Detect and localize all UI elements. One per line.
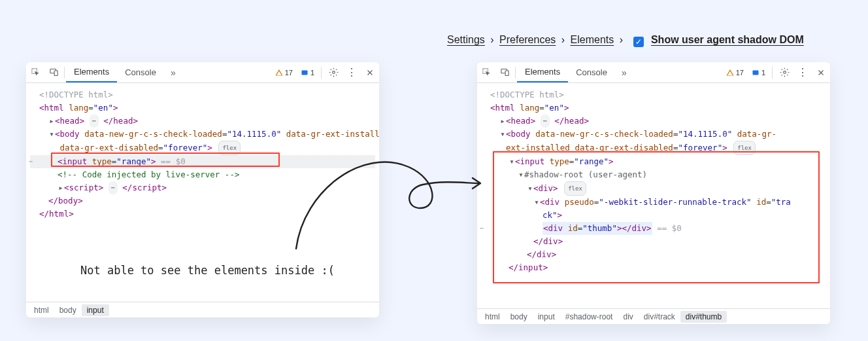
breadcrumbs: html body input xyxy=(26,302,379,317)
warnings-badge[interactable]: 17 xyxy=(724,68,746,77)
dom-tree[interactable]: <!DOCTYPE html> <html lang="en"> ▸<head>… xyxy=(26,83,379,302)
gear-icon[interactable] xyxy=(324,63,342,82)
svg-rect-7 xyxy=(505,71,509,76)
dom-tree[interactable]: <!DOCTYPE html> <html lang="en"> ▸<head>… xyxy=(477,83,830,308)
tab-elements[interactable]: Elements xyxy=(517,62,568,82)
crumb-input[interactable]: input xyxy=(82,304,109,316)
tab-console[interactable]: Console xyxy=(117,62,164,82)
kebab-icon[interactable]: ⋮ xyxy=(793,63,812,82)
devtools-toolbar: Elements Console » 17 1 ⋮ xyxy=(477,62,830,83)
more-tabs-icon[interactable]: » xyxy=(615,63,633,82)
svg-rect-3 xyxy=(301,70,307,75)
settings-link[interactable]: Settings xyxy=(447,34,485,45)
devtools-panel-after: Elements Console » 17 1 ⋮ <!DOCTYPE html… xyxy=(477,62,830,324)
inspect-icon[interactable] xyxy=(477,63,495,82)
checkbox-checked-icon[interactable]: ✓ xyxy=(633,37,644,47)
device-icon[interactable] xyxy=(44,63,63,82)
close-icon[interactable] xyxy=(361,63,379,82)
tab-elements[interactable]: Elements xyxy=(66,62,117,82)
crumb-html[interactable]: html xyxy=(29,304,54,316)
crumb-thumb[interactable]: div#thumb xyxy=(680,311,727,323)
crumb-html[interactable]: html xyxy=(480,311,505,323)
device-icon[interactable] xyxy=(495,63,514,82)
svg-rect-8 xyxy=(752,70,758,75)
caption-text: Not able to see the elements inside :( xyxy=(80,264,335,277)
tab-console[interactable]: Console xyxy=(568,62,615,82)
crumb-div[interactable]: div xyxy=(618,311,638,323)
warnings-badge[interactable]: 17 xyxy=(273,68,295,77)
info-badge[interactable]: 1 xyxy=(298,68,317,77)
svg-point-4 xyxy=(332,71,335,74)
gear-icon[interactable] xyxy=(775,63,793,82)
svg-rect-2 xyxy=(54,71,58,76)
crumb-track[interactable]: div#track xyxy=(639,311,680,323)
breadcrumbs: html body input #shadow-root div div#tra… xyxy=(477,308,830,324)
kebab-icon[interactable]: ⋮ xyxy=(342,63,361,82)
more-tabs-icon[interactable]: » xyxy=(164,63,182,82)
devtools-toolbar: Elements Console » 17 1 ⋮ xyxy=(26,62,379,83)
preferences-link[interactable]: Preferences xyxy=(499,34,556,45)
devtools-panel-before: Elements Console » 17 1 ⋮ <!DOCTYPE html… xyxy=(26,62,379,317)
inspect-icon[interactable] xyxy=(26,63,44,82)
crumb-input[interactable]: input xyxy=(533,311,560,323)
crumb-shadow[interactable]: #shadow-root xyxy=(560,311,618,323)
checkbox-label: Show user agent shadow DOM xyxy=(651,34,804,45)
crumb-body[interactable]: body xyxy=(505,311,533,323)
settings-path: Settings › Preferences › Elements › ✓ Sh… xyxy=(447,34,804,47)
crumb-body[interactable]: body xyxy=(54,304,82,316)
svg-point-9 xyxy=(783,71,786,74)
close-icon[interactable] xyxy=(812,63,830,82)
elements-link[interactable]: Elements xyxy=(571,34,614,45)
info-badge[interactable]: 1 xyxy=(749,68,768,77)
